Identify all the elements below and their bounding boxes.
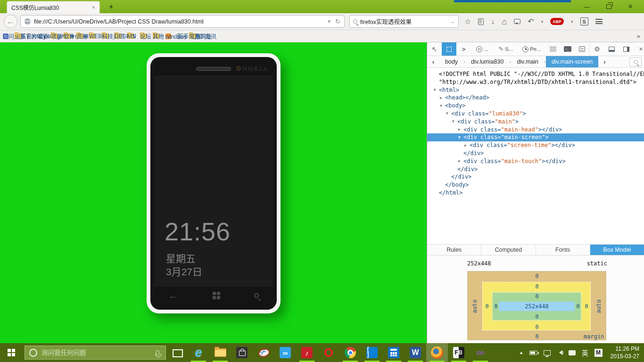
markup-line[interactable]: ▶<head></head> [427, 94, 644, 102]
bookmark-item[interactable]: Factory Images for ... [27, 33, 33, 39]
search-bar[interactable]: → [349, 15, 459, 28]
start-button[interactable] [0, 343, 23, 362]
minimize-button[interactable]: — [576, 3, 598, 10]
phone-search-icon[interactable] [254, 293, 259, 298]
url-bar[interactable]: ▾ ↻ [20, 15, 345, 28]
undo-dropdown-icon[interactable]: ▾ [541, 19, 544, 24]
bookmark-item[interactable]: Cloud9 - Your devel... [39, 33, 45, 39]
sidebar-tab-box-model[interactable]: Box Model [590, 245, 644, 255]
markup-line[interactable]: ▶<div class="main-head"></div> [427, 126, 644, 134]
browser-tab[interactable]: CSS模仿Lumia830 × [7, 1, 100, 13]
bookmark-item[interactable]: M$ [127, 33, 134, 39]
notifications-icon[interactable] [569, 350, 576, 355]
taskbar-app-chrome[interactable] [339, 343, 361, 362]
devtools-settings-button[interactable]: ⚙ [590, 42, 604, 56]
abp-dropdown-icon[interactable]: ▾ [571, 19, 573, 24]
network-icon[interactable] [544, 350, 551, 355]
sidebar-tab-rules[interactable]: Rules [427, 245, 481, 255]
taskbar-app-flashfxp[interactable]: FB [448, 343, 470, 362]
devtools-close-button[interactable]: × [634, 42, 644, 56]
taskbar-app-firefox[interactable] [426, 343, 448, 362]
markup-line[interactable]: </div> [427, 149, 644, 157]
tab-inspector[interactable] [442, 42, 456, 56]
taskbar-app-windows-store[interactable] [231, 343, 253, 362]
markup-line[interactable]: ▼<body> [427, 102, 644, 110]
tab-close-icon[interactable]: × [91, 4, 95, 10]
toolbox-chevron[interactable]: > [456, 42, 471, 56]
markup-line[interactable]: </html> [427, 189, 644, 197]
bookmark-item[interactable]: 其他 [153, 33, 159, 39]
taskbar-app-snipping-tool[interactable] [253, 343, 274, 362]
bookmark-item[interactable]: windows - 必应 资讯 [165, 33, 171, 39]
breadcrumb-back-icon[interactable]: ‹ [427, 56, 439, 67]
taskbar-app-cloud-app[interactable]: ∞ [274, 343, 296, 362]
tab-network[interactable] [545, 42, 560, 56]
markup-line[interactable]: ▶<div class="screen-time"></div> [427, 141, 644, 149]
bookmark-item[interactable]: 项目 [51, 33, 58, 39]
microphone-icon[interactable] [156, 350, 159, 355]
menu-icon[interactable] [595, 19, 603, 24]
markup-line[interactable]: </body> [427, 181, 644, 189]
breadcrumb-item[interactable]: div.main-screen [546, 56, 598, 67]
taskbar-app-file-explorer[interactable] [209, 343, 231, 362]
pick-element-button[interactable]: ↖ [427, 42, 442, 56]
breadcrumb-forward-icon[interactable]: › [598, 56, 611, 67]
reload-icon[interactable]: ↻ [335, 18, 340, 25]
reading-list-icon[interactable] [478, 18, 484, 25]
search-go-icon[interactable]: → [449, 18, 455, 25]
new-tab-button[interactable]: + [106, 2, 117, 11]
bookmark-item[interactable]: 火狐官方站点 [15, 33, 21, 39]
bookmark-item[interactable]: 科技资讯 [102, 33, 108, 39]
maxthon-tray-icon[interactable]: M [594, 349, 603, 357]
hello-chat-icon[interactable] [514, 19, 520, 24]
bookmark-item[interactable]: DESIGN [115, 33, 121, 39]
bookmarks-overflow-icon[interactable]: » [637, 33, 641, 40]
taskbar-app-netease-music[interactable]: ♪ [296, 343, 318, 362]
markup-line[interactable]: </div> [427, 173, 644, 181]
scrapbook-icon[interactable]: S [580, 17, 588, 25]
bookmark-item[interactable]: 资源 [76, 33, 83, 39]
bookmark-item[interactable]: 访问最多 [3, 33, 8, 39]
volume-icon[interactable] [557, 350, 562, 355]
back-button[interactable]: ← [4, 15, 17, 28]
tray-expand-icon[interactable]: ▲ [519, 350, 523, 355]
taskbar-app-opera[interactable]: O [318, 343, 339, 362]
markup-line[interactable]: ▼<div class="lumia830"> [427, 110, 644, 118]
bookmark-star-icon[interactable]: ☆ [464, 18, 471, 25]
bookmark-item[interactable]: 新手上路 [177, 33, 183, 39]
taskbar-app-task-view[interactable] [166, 343, 188, 362]
search-input[interactable] [360, 18, 446, 25]
split-console-button[interactable]: ›_ [560, 42, 575, 56]
restore-button[interactable] [598, 3, 619, 10]
bookmark-item[interactable]: 论坛 [140, 33, 147, 39]
dock-side-button[interactable] [619, 42, 634, 56]
markup-search-box[interactable] [629, 58, 642, 66]
markup-line[interactable]: ▼<div class="main"> [427, 118, 644, 126]
undo-icon[interactable]: ↶ [528, 18, 534, 25]
bookmark-item[interactable]: 软件 [64, 33, 70, 39]
markup-line[interactable]: ▶<div class="main-touch"></div> [427, 157, 644, 165]
taskbar-app-brackets[interactable]: [ ] [361, 343, 383, 362]
ime-indicator[interactable]: 英 [582, 348, 588, 357]
breadcrumb-item[interactable]: body [439, 56, 463, 67]
tab-debugger[interactable]: ... [471, 42, 494, 56]
cortana-search-box[interactable] [25, 346, 166, 360]
taskbar-app-word[interactable]: W [405, 343, 426, 362]
close-button[interactable]: × [619, 2, 641, 11]
taskbar-clock[interactable]: 11:26 PM 2015-03-27 [609, 345, 639, 360]
markup-line[interactable]: </div> [427, 165, 644, 173]
scratchpad-button[interactable] [575, 42, 589, 56]
taskbar-app-visual-studio[interactable]: ∞ [470, 343, 491, 362]
markup-line[interactable]: ▼<html> [427, 86, 644, 94]
tab-performance[interactable]: Pe... [518, 42, 545, 56]
dock-bottom-button[interactable] [604, 42, 619, 56]
taskbar-app-internet-explorer[interactable]: e [188, 343, 209, 362]
sidebar-tab-computed[interactable]: Computed [481, 245, 536, 255]
bookmark-item[interactable]: 常用网址 [189, 33, 196, 39]
breadcrumb-item[interactable]: div.lumia830 [465, 56, 509, 67]
battery-icon[interactable] [529, 351, 537, 355]
url-input[interactable] [34, 18, 325, 25]
phone-back-icon[interactable]: ← [168, 290, 179, 301]
downloads-icon[interactable]: ↓ [491, 18, 495, 25]
url-dropdown-icon[interactable]: ▾ [328, 18, 331, 25]
